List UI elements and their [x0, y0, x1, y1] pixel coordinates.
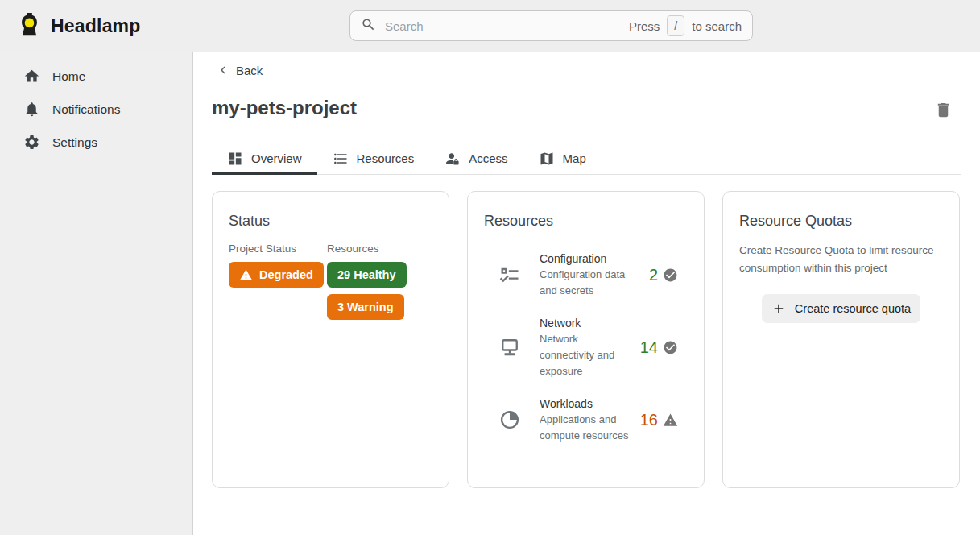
resource-row-description: Applications and compute resources [540, 412, 635, 444]
resource-row-configuration[interactable]: Configuration Configuration data and sec… [484, 251, 688, 299]
sidebar-item-settings[interactable]: Settings [0, 126, 192, 159]
create-resource-quota-button[interactable]: Create resource quota [762, 294, 920, 323]
main-content: Back my-pets-project Overview Resources [193, 52, 980, 539]
trash-icon [934, 101, 953, 119]
resource-count: 2 [649, 266, 658, 284]
top-bar: Headlamp Press / to search [0, 0, 980, 52]
degraded-status-badge: Degraded [229, 262, 324, 288]
warning-triangle-icon [663, 413, 678, 428]
resource-row-workloads[interactable]: Workloads Applications and compute resou… [484, 396, 688, 444]
tab-label: Access [469, 151, 507, 165]
status-card: Status Project Status Degraded Resources [212, 191, 449, 488]
resource-quotas-card: Resource Quotas Create Resource Quota to… [722, 191, 960, 488]
gear-icon [23, 134, 40, 151]
app-name: Headlamp [51, 15, 141, 37]
headlamp-logo-icon [17, 12, 42, 39]
resource-row-title: Configuration [540, 251, 635, 267]
check-circle-icon [663, 267, 678, 283]
plus-icon [771, 301, 786, 316]
sidebar-item-home[interactable]: Home [0, 60, 192, 93]
resource-count: 16 [640, 411, 658, 429]
slash-key-badge: / [667, 15, 684, 36]
search-shortcut-hint: Press / to search [629, 15, 742, 36]
healthy-count-badge: 29 Healthy [327, 262, 407, 288]
chevron-left-icon [216, 63, 230, 77]
resource-quotas-card-title: Resource Quotas [739, 213, 943, 230]
tab-access[interactable]: Access [429, 143, 523, 174]
hint-suffix: to search [692, 19, 742, 33]
page-title: my-pets-project [212, 97, 357, 119]
hint-prefix: Press [629, 19, 660, 33]
warning-triangle-icon [239, 268, 253, 282]
resource-row-description: Network connectivity and exposure [540, 331, 635, 379]
sidebar-item-label: Notifications [52, 102, 120, 117]
check-circle-icon [663, 340, 678, 355]
status-card-title: Status [229, 213, 432, 230]
person-lock-icon [445, 151, 461, 167]
tab-label: Overview [251, 151, 302, 165]
tab-bar: Overview Resources Access Map [212, 143, 961, 175]
map-icon [539, 151, 555, 167]
resource-count: 14 [640, 338, 658, 357]
home-icon [23, 68, 40, 85]
button-label: Create resource quota [795, 302, 911, 315]
resource-quotas-description: Create Resource Quota to limit resource … [739, 242, 944, 277]
cards-row: Status Project Status Degraded Resources [212, 191, 960, 488]
search-input[interactable] [385, 19, 629, 33]
checklist-icon [498, 263, 521, 286]
resources-card: Resources Configuration Configuration da… [467, 191, 705, 488]
resource-row-title: Workloads [540, 396, 635, 412]
back-label: Back [236, 64, 263, 77]
badge-label: 3 Warning [337, 301, 394, 313]
bell-icon [23, 101, 40, 118]
project-status-label: Project Status [229, 243, 327, 255]
search-icon [361, 17, 376, 35]
network-icon [498, 336, 521, 359]
sidebar-item-notifications[interactable]: Notifications [0, 93, 192, 126]
sidebar-item-label: Settings [52, 135, 97, 150]
resource-row-description: Configuration data and secrets [540, 267, 635, 299]
resources-status-label: Resources [327, 243, 407, 255]
pie-chart-icon [498, 408, 521, 431]
badge-label: 29 Healthy [337, 268, 396, 281]
tab-label: Resources [357, 151, 415, 165]
resources-card-title: Resources [484, 213, 688, 230]
resource-row-network[interactable]: Network Network connectivity and exposur… [484, 315, 688, 379]
app-logo: Headlamp [17, 12, 141, 39]
sidebar-item-label: Home [52, 69, 85, 84]
tab-map[interactable]: Map [523, 143, 602, 174]
tab-resources[interactable]: Resources [317, 143, 430, 174]
resource-row-title: Network [540, 315, 635, 331]
back-button[interactable]: Back [216, 58, 263, 82]
delete-project-button[interactable] [932, 99, 953, 120]
sidebar: Home Notifications Settings [0, 52, 193, 535]
badge-label: Degraded [259, 268, 313, 281]
warning-count-badge: 3 Warning [327, 294, 404, 320]
dashboard-icon [227, 151, 243, 167]
tab-overview[interactable]: Overview [212, 143, 317, 174]
search-bar[interactable]: Press / to search [349, 10, 753, 41]
tab-label: Map [563, 151, 586, 165]
list-icon [333, 151, 349, 167]
